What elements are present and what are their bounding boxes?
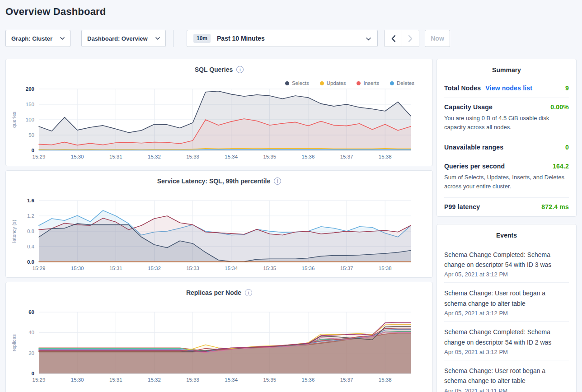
replicas-per-node-chart[interactable]: 020406015:2915:3015:3115:3215:3315:3415:…	[6, 305, 433, 385]
svg-text:15:38: 15:38	[379, 266, 392, 271]
svg-text:15:34: 15:34	[225, 154, 238, 159]
metric-value: 0	[565, 144, 569, 151]
svg-text:15:33: 15:33	[186, 266, 199, 271]
svg-text:15:37: 15:37	[340, 377, 353, 383]
svg-text:latency (s): latency (s)	[11, 220, 17, 243]
info-icon[interactable]: i	[236, 66, 244, 73]
svg-text:15:36: 15:36	[302, 377, 315, 383]
svg-text:40: 40	[28, 330, 34, 335]
metric-unavailable-ranges: Unavailable ranges 0	[444, 138, 569, 157]
svg-text:15:33: 15:33	[186, 377, 199, 383]
time-range-badge: 10m	[193, 34, 211, 43]
svg-text:15:35: 15:35	[263, 154, 276, 159]
event-timestamp: Apr 05, 2021 at 3:12 PM	[444, 271, 569, 278]
event-item[interactable]: Schema Change Completed: Schema change o…	[444, 321, 569, 360]
svg-text:15:31: 15:31	[109, 377, 122, 383]
sql-queries-chart-card: SQL Queries i Selects Updates Inserts De…	[5, 59, 433, 166]
time-range-picker[interactable]: 10m Past 10 Minutes	[187, 30, 378, 47]
svg-text:15:29: 15:29	[33, 377, 46, 383]
charts-column: SQL Queries i Selects Updates Inserts De…	[5, 59, 433, 392]
sidebar: Summary Total Nodes View nodes list 9 Ca…	[436, 59, 577, 392]
metric-label: Queries per second	[444, 163, 505, 170]
graph-dropdown[interactable]: Graph: Cluster	[5, 30, 70, 47]
svg-text:150: 150	[26, 102, 34, 107]
svg-text:15:38: 15:38	[379, 377, 392, 383]
metric-value: 9	[565, 84, 569, 92]
sql-queries-chart[interactable]: 05010015020015:2915:3015:3115:3215:3315:…	[6, 82, 433, 162]
metric-label: Unavailable ranges	[444, 144, 503, 151]
svg-text:replicas: replicas	[11, 334, 17, 351]
event-timestamp: Apr 05, 2021 at 3:12 PM	[444, 310, 569, 317]
svg-text:0: 0	[32, 371, 34, 376]
svg-text:15:31: 15:31	[109, 266, 122, 271]
metric-capacity-usage: Capacity Usage 0.00% You are using 0 B o…	[444, 98, 569, 138]
main-content: SQL Queries i Selects Updates Inserts De…	[5, 59, 577, 392]
svg-text:15:32: 15:32	[148, 377, 161, 383]
summary-panel: Summary Total Nodes View nodes list 9 Ca…	[436, 59, 577, 217]
svg-text:15:29: 15:29	[33, 266, 46, 271]
time-pager	[384, 30, 419, 47]
metric-caption: Sum of Selects, Updates, Inserts, and De…	[444, 173, 569, 191]
chart-title: Service Latency: SQL, 99th percentile	[157, 177, 271, 185]
metric-p99-latency: P99 latency 872.4 ms	[444, 197, 569, 216]
svg-text:0.0: 0.0	[27, 259, 34, 265]
info-icon[interactable]: i	[245, 289, 252, 296]
chart-title-row: SQL Queries i	[6, 59, 432, 73]
chart-title-row: Service Latency: SQL, 99th percentile i	[6, 171, 432, 185]
svg-text:15:35: 15:35	[263, 377, 276, 383]
svg-text:15:31: 15:31	[109, 154, 122, 159]
svg-text:0.8: 0.8	[27, 229, 34, 234]
svg-text:0: 0	[32, 148, 34, 153]
page-title: Overview Dashboard	[0, 0, 582, 18]
prev-range-button[interactable]	[385, 30, 402, 47]
svg-text:0.4: 0.4	[27, 244, 35, 249]
metric-value: 872.4 ms	[541, 203, 569, 210]
time-range-label: Past 10 Minutes	[217, 35, 265, 42]
event-message: Schema Change: User root began a schema …	[444, 366, 569, 386]
now-button[interactable]: Now	[425, 30, 450, 47]
overview-dashboard-page: Overview Dashboard Graph: Cluster Dashbo…	[0, 0, 582, 392]
svg-text:15:33: 15:33	[186, 154, 199, 159]
service-latency-chart[interactable]: 0.00.40.81.21.615:2915:3015:3115:3215:33…	[6, 193, 433, 274]
toolbar: Graph: Cluster Dashboard: Overview 10m P…	[5, 30, 577, 47]
metric-caption: You are using 0 B of 4.5 GiB usable disk…	[444, 114, 569, 132]
toolbar-divider	[173, 30, 174, 47]
chevron-down-icon	[366, 37, 371, 41]
svg-text:1.2: 1.2	[27, 213, 34, 219]
info-icon[interactable]: i	[274, 177, 281, 185]
svg-text:15:35: 15:35	[263, 266, 276, 271]
event-timestamp: Apr 05, 2021 at 3:11 PM	[444, 387, 569, 392]
event-item[interactable]: Schema Change: User root began a schema …	[444, 360, 569, 392]
event-item[interactable]: Schema Change: User root began a schema …	[444, 282, 569, 321]
dashboard-dropdown[interactable]: Dashboard: Overview	[81, 30, 166, 47]
metric-total-nodes: Total Nodes View nodes list 9	[444, 79, 569, 98]
summary-title: Summary	[444, 59, 569, 79]
svg-text:15:32: 15:32	[148, 266, 161, 271]
chart-title: Replicas per Node	[186, 289, 241, 296]
event-message: Schema Change: User root began a schema …	[444, 288, 569, 308]
event-timestamp: Apr 05, 2021 at 3:12 PM	[444, 349, 569, 355]
service-latency-chart-card: Service Latency: SQL, 99th percentile i …	[5, 170, 433, 278]
metric-value: 164.2	[553, 163, 569, 170]
chevron-down-icon	[155, 37, 160, 40]
svg-text:15:37: 15:37	[340, 154, 353, 159]
metric-label: Total Nodes	[444, 84, 481, 92]
svg-text:queries: queries	[11, 111, 17, 128]
events-panel: Events Schema Change Completed: Schema c…	[436, 224, 577, 392]
chevron-down-icon	[60, 37, 65, 40]
svg-text:200: 200	[26, 86, 34, 92]
event-item[interactable]: Schema Change Completed: Schema change o…	[444, 244, 569, 283]
svg-text:15:34: 15:34	[225, 266, 238, 271]
next-range-button[interactable]	[402, 30, 419, 47]
svg-text:15:38: 15:38	[379, 154, 392, 159]
metric-value: 0.00%	[550, 103, 569, 111]
svg-text:15:37: 15:37	[340, 266, 353, 271]
svg-text:1.6: 1.6	[27, 198, 34, 203]
svg-text:100: 100	[26, 117, 34, 122]
now-button-label: Now	[431, 35, 444, 42]
dashboard-dropdown-label: Dashboard: Overview	[87, 35, 148, 42]
svg-text:15:32: 15:32	[148, 154, 161, 159]
svg-text:15:29: 15:29	[33, 154, 46, 159]
svg-text:20: 20	[28, 350, 34, 356]
view-nodes-list-link[interactable]: View nodes list	[485, 84, 532, 92]
